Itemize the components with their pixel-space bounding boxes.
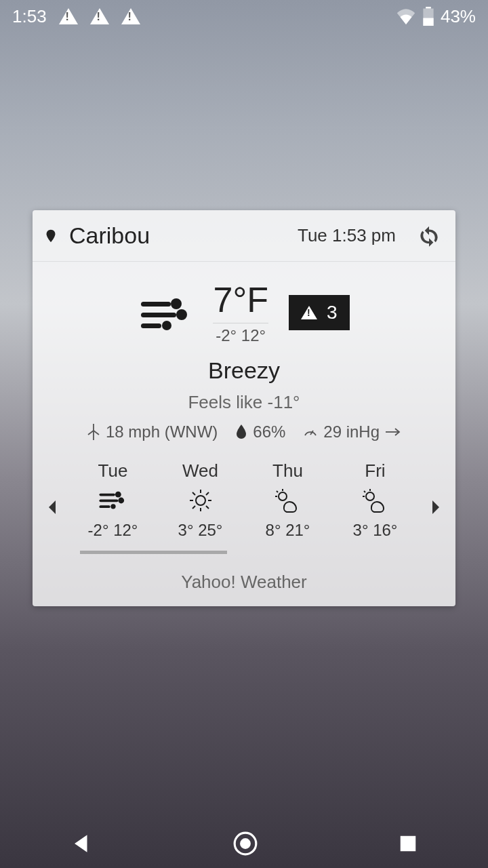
svg-point-19 — [118, 498, 124, 504]
weather-widget[interactable]: Caribou Tue 1:53 pm 7°F -2° 12° 3 — [33, 210, 455, 606]
svg-rect-0 — [426, 7, 431, 9]
svg-marker-15 — [49, 500, 56, 514]
forecast-day-name: Thu — [244, 460, 331, 481]
svg-point-31 — [279, 492, 287, 500]
svg-line-38 — [364, 491, 365, 492]
wind-icon — [138, 292, 192, 333]
svg-rect-3 — [141, 302, 171, 307]
alert-icon — [301, 306, 317, 319]
forecast-day[interactable]: Fri3° 16° — [331, 460, 419, 540]
svg-line-12 — [94, 431, 99, 435]
pressure-metric: 29 inHg — [303, 422, 401, 441]
arrow-right-icon — [385, 427, 401, 437]
svg-rect-7 — [141, 323, 161, 328]
forecast-day[interactable]: Tue-2° 12° — [69, 460, 157, 540]
navigation-bar — [0, 819, 488, 868]
svg-rect-43 — [401, 836, 416, 852]
svg-rect-16 — [99, 494, 115, 496]
status-time: 1:53 — [12, 6, 47, 27]
current-temp: 7°F — [213, 279, 268, 320]
forecast-range: -2° 12° — [69, 521, 157, 540]
alert-count: 3 — [327, 302, 338, 323]
svg-marker-40 — [75, 835, 87, 852]
wifi-icon — [396, 8, 416, 24]
back-button[interactable] — [70, 832, 93, 855]
svg-rect-2 — [423, 18, 433, 26]
svg-point-6 — [176, 309, 187, 320]
feels-like: Feels like -11° — [49, 392, 439, 413]
humidity-metric: 66% — [235, 422, 285, 441]
refresh-button[interactable] — [416, 223, 442, 249]
svg-line-34 — [277, 491, 278, 492]
svg-point-22 — [196, 496, 205, 505]
recents-button[interactable] — [398, 833, 418, 854]
forecast-range: 3° 25° — [157, 521, 244, 540]
metrics-row: 18 mph (WNW) 66% 29 inHg — [49, 422, 439, 441]
condition-text: Breezy — [49, 357, 439, 384]
svg-rect-5 — [141, 313, 176, 317]
battery-icon — [423, 7, 434, 26]
status-bar: 1:53 43% — [0, 0, 488, 33]
current-range: -2° 12° — [213, 323, 268, 345]
svg-rect-20 — [99, 505, 110, 508]
svg-point-42 — [240, 838, 251, 849]
svg-line-11 — [88, 431, 94, 435]
forecast-partly-icon — [244, 487, 331, 514]
widget-body: 7°F -2° 12° 3 Breezy Feels like -11° 18 … — [33, 262, 455, 561]
forecast-section: Tue-2° 12°Wed3° 25°Thu8° 21°Fri3° 16° — [49, 460, 439, 554]
forecast-partly-icon — [331, 487, 419, 514]
forecast-prev-button[interactable] — [47, 500, 57, 514]
wind-metric: 18 mph (WNW) — [87, 422, 218, 441]
gauge-icon — [303, 425, 318, 439]
svg-line-27 — [192, 492, 195, 495]
forecast-day[interactable]: Wed3° 25° — [157, 460, 244, 540]
warning-icon — [90, 8, 109, 24]
svg-point-4 — [171, 298, 182, 309]
warning-icon — [59, 8, 78, 24]
forecast-range: 3° 16° — [331, 521, 419, 540]
svg-rect-18 — [99, 500, 118, 502]
svg-line-29 — [192, 506, 195, 509]
warning-icon — [121, 8, 140, 24]
svg-point-35 — [366, 492, 374, 500]
widget-header: Caribou Tue 1:53 pm — [33, 210, 455, 262]
forecast-day-name: Wed — [157, 460, 244, 481]
current-hero: 7°F -2° 12° 3 — [49, 279, 439, 345]
forecast-row[interactable]: Tue-2° 12°Wed3° 25°Thu8° 21°Fri3° 16° — [69, 460, 419, 540]
forecast-next-button[interactable] — [431, 500, 441, 514]
location-name[interactable]: Caribou — [69, 222, 150, 249]
home-button[interactable] — [232, 831, 258, 856]
current-temps: 7°F -2° 12° — [213, 279, 268, 345]
forecast-range: 8° 21° — [244, 521, 331, 540]
location-pin-icon — [43, 226, 58, 246]
svg-line-30 — [206, 492, 209, 495]
svg-point-17 — [115, 492, 121, 498]
svg-marker-39 — [432, 500, 439, 514]
forecast-day-name: Fri — [331, 460, 419, 481]
battery-percent: 43% — [441, 6, 476, 27]
forecast-wind-icon — [69, 487, 157, 514]
turbine-icon — [87, 424, 100, 440]
scroll-indicator — [80, 551, 227, 554]
widget-datetime: Tue 1:53 pm — [298, 225, 396, 246]
provider-label[interactable]: Yahoo! Weather — [33, 561, 455, 606]
forecast-sun-icon — [157, 487, 244, 514]
forecast-day-name: Tue — [69, 460, 157, 481]
droplet-icon — [235, 425, 247, 439]
forecast-day[interactable]: Thu8° 21° — [244, 460, 331, 540]
svg-point-8 — [162, 321, 171, 330]
svg-line-28 — [206, 506, 209, 509]
weather-alert-badge[interactable]: 3 — [289, 295, 350, 330]
svg-point-21 — [110, 504, 115, 509]
